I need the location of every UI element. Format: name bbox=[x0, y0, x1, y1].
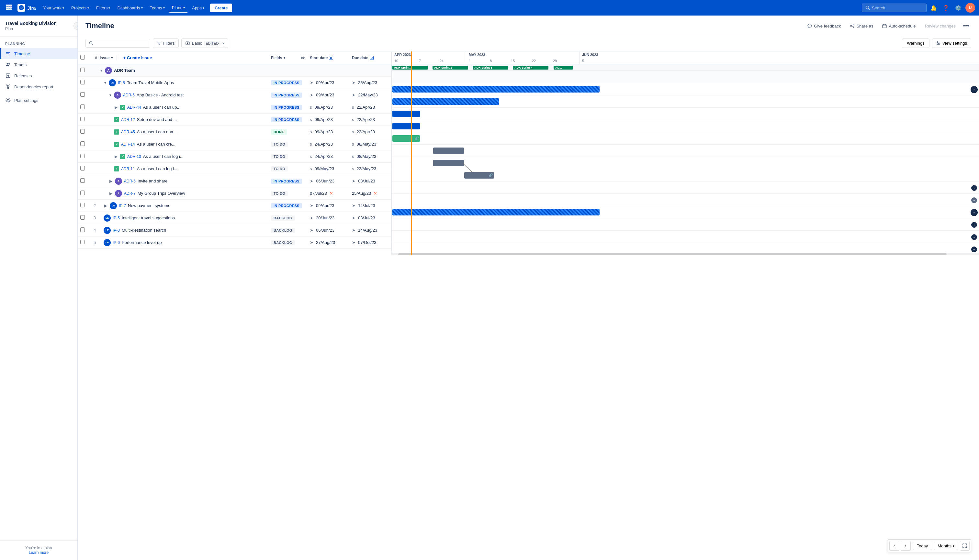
issue-key[interactable]: ADR-44 bbox=[127, 105, 141, 110]
issue-title[interactable]: My Group Trips Overview bbox=[138, 191, 185, 196]
issue-title[interactable]: Performance level-up bbox=[122, 240, 162, 245]
user-avatar[interactable]: U bbox=[966, 3, 975, 13]
issue-key[interactable]: IP-7 bbox=[119, 203, 126, 208]
review-changes-button[interactable]: Review changes bbox=[921, 22, 960, 30]
basic-filter-button[interactable]: Basic EDITED ▾ bbox=[181, 38, 228, 48]
issue-title[interactable]: Setup dev and and ... bbox=[137, 117, 177, 122]
issue-column-header[interactable]: Issue ▾ + Create issue bbox=[97, 52, 268, 64]
issue-key[interactable]: ADR-11 bbox=[121, 167, 135, 171]
issue-title[interactable]: Team Travel Mobile Apps bbox=[127, 80, 174, 85]
row-checkbox[interactable] bbox=[80, 129, 85, 133]
svg-point-14 bbox=[7, 63, 8, 65]
expand-icon[interactable]: ▶ bbox=[114, 105, 118, 110]
nav-dashboards[interactable]: Dashboards ▾ bbox=[114, 3, 146, 12]
select-all-checkbox[interactable] bbox=[80, 55, 85, 60]
date-clear-icon[interactable]: ✕ bbox=[329, 191, 333, 196]
row-checkbox[interactable] bbox=[80, 203, 85, 207]
issue-key[interactable]: ADR-14 bbox=[121, 142, 135, 147]
issue-key[interactable]: ADR-12 bbox=[121, 117, 135, 122]
issue-title[interactable]: Invite and share bbox=[138, 178, 168, 183]
sidebar-item-releases[interactable]: Releases bbox=[0, 70, 77, 81]
months-dropdown-button[interactable]: Months ▾ bbox=[934, 542, 958, 550]
row-checkbox[interactable] bbox=[80, 190, 85, 195]
row-checkbox[interactable] bbox=[80, 142, 85, 146]
search-box[interactable]: Search bbox=[862, 3, 927, 12]
expand-icon[interactable]: ▾ bbox=[104, 80, 107, 85]
start-date-header[interactable]: Start date D bbox=[307, 52, 349, 64]
create-button[interactable]: Create bbox=[210, 3, 232, 12]
issue-title[interactable]: As a user I can log i... bbox=[137, 166, 177, 171]
give-feedback-button[interactable]: Give feedback bbox=[804, 22, 845, 30]
share-as-button[interactable]: Share as bbox=[846, 22, 877, 30]
sidebar-plan-settings[interactable]: Plan settings bbox=[0, 95, 77, 106]
row-checkbox[interactable] bbox=[80, 215, 85, 220]
expand-fullscreen-button[interactable] bbox=[960, 541, 970, 551]
warnings-button[interactable]: Warnings bbox=[902, 38, 929, 48]
nav-plans[interactable]: Plans ▾ bbox=[169, 3, 189, 13]
nav-prev-button[interactable]: ‹ bbox=[889, 541, 899, 551]
expand-icon[interactable]: ▶ bbox=[104, 203, 108, 208]
issue-title[interactable]: As a user I can ena... bbox=[137, 129, 177, 134]
sidebar-item-timeline[interactable]: Timeline bbox=[0, 48, 77, 59]
row-checkbox[interactable] bbox=[80, 117, 85, 121]
gantt-scrollbar[interactable] bbox=[392, 253, 979, 255]
expand-chevron[interactable]: ▾ bbox=[100, 68, 103, 73]
row-checkbox[interactable] bbox=[80, 80, 85, 85]
expand-icon[interactable]: ▶ bbox=[109, 191, 113, 196]
notifications-icon[interactable]: 🔔 bbox=[929, 3, 939, 13]
row-checkbox[interactable] bbox=[80, 227, 85, 232]
issue-key[interactable]: ADR-45 bbox=[121, 130, 135, 134]
row-checkbox[interactable] bbox=[80, 178, 85, 183]
nav-filters[interactable]: Filters ▾ bbox=[93, 3, 113, 12]
jira-logo[interactable]: Jira bbox=[15, 3, 38, 13]
expand-icon[interactable]: ▶ bbox=[109, 179, 113, 183]
row-checkbox[interactable] bbox=[80, 154, 85, 158]
issue-key[interactable]: ADR-7 bbox=[124, 191, 135, 196]
search-input[interactable] bbox=[95, 41, 140, 46]
search-box-toolbar[interactable] bbox=[85, 39, 150, 48]
issue-key[interactable]: ADR-5 bbox=[123, 93, 135, 97]
nav-projects[interactable]: Projects ▾ bbox=[68, 3, 92, 12]
nav-next-button[interactable]: › bbox=[901, 541, 911, 551]
nav-teams[interactable]: Teams ▾ bbox=[147, 3, 168, 12]
nav-your-work[interactable]: Your work ▾ bbox=[40, 3, 67, 12]
create-issue-button[interactable]: + Create issue bbox=[121, 55, 155, 60]
issue-key[interactable]: IP-8 bbox=[118, 80, 125, 85]
row-checkbox[interactable] bbox=[80, 105, 85, 109]
sidebar-item-dependencies[interactable]: Dependencies report bbox=[0, 81, 77, 92]
today-button[interactable]: Today bbox=[913, 542, 932, 550]
expand-icon[interactable]: ▶ bbox=[114, 154, 118, 159]
scroll-container[interactable]: # Issue ▾ + Create issue Fields ▾ ⇔ bbox=[78, 52, 979, 560]
more-options-button[interactable]: ••• bbox=[961, 21, 971, 31]
issue-title[interactable]: Intelligent travel suggestions bbox=[122, 215, 175, 220]
date-clear-icon[interactable]: ✕ bbox=[374, 191, 377, 196]
expand-icon[interactable]: ▾ bbox=[109, 93, 112, 97]
learn-more-link[interactable]: Learn more bbox=[29, 550, 48, 555]
issue-title[interactable]: New payment systems bbox=[128, 203, 170, 208]
due-date-header[interactable]: Due date D bbox=[349, 52, 391, 64]
issue-key[interactable]: ADR-13 bbox=[127, 154, 141, 159]
sidebar-item-teams[interactable]: Teams bbox=[0, 59, 77, 70]
issue-title[interactable]: As a user I can up... bbox=[143, 105, 180, 110]
nav-apps[interactable]: Apps ▾ bbox=[189, 3, 207, 12]
issue-title[interactable]: As a user I can log i... bbox=[143, 154, 184, 159]
auto-schedule-button[interactable]: Auto-schedule bbox=[878, 22, 919, 30]
issue-key[interactable]: IP-3 bbox=[113, 228, 120, 233]
row-checkbox[interactable] bbox=[80, 166, 85, 170]
issue-title[interactable]: Multi-destination search bbox=[122, 228, 166, 233]
issue-key[interactable]: IP-5 bbox=[113, 216, 120, 220]
issue-title[interactable]: As a user I can cre... bbox=[137, 142, 175, 147]
filters-button[interactable]: Filters bbox=[153, 38, 179, 48]
group-title[interactable]: ADR Team bbox=[114, 68, 135, 73]
row-checkbox[interactable] bbox=[80, 92, 85, 97]
view-settings-button[interactable]: View settings bbox=[932, 38, 971, 48]
issue-key[interactable]: ADR-6 bbox=[124, 179, 135, 183]
row-checkbox[interactable] bbox=[80, 240, 85, 244]
settings-icon[interactable]: ⚙️ bbox=[953, 3, 964, 13]
help-icon[interactable]: ❓ bbox=[941, 3, 951, 13]
fields-header[interactable]: Fields ▾ ⇔ bbox=[268, 52, 307, 64]
issue-title[interactable]: App Basics - Android test bbox=[137, 93, 184, 97]
issue-key[interactable]: IP-6 bbox=[113, 240, 120, 245]
row-checkbox[interactable] bbox=[80, 68, 85, 72]
apps-grid-icon[interactable] bbox=[4, 2, 13, 13]
